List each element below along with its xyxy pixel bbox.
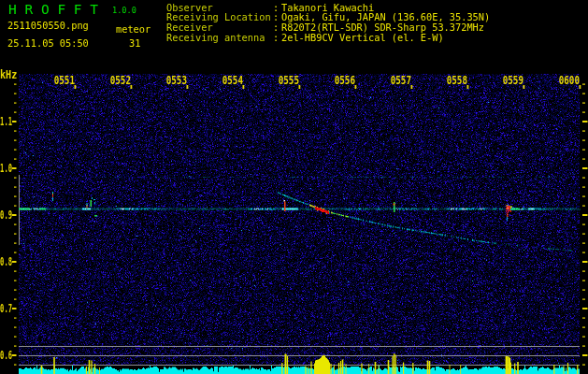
hrofft-screen: H R O F F T 1.0.0 2511050550.png meteor … <box>0 0 588 374</box>
info-label-2: Receiver <box>166 22 213 32</box>
time-label-0551: 0551 <box>46 75 75 86</box>
freq-label-1-0: 1.0 <box>0 164 12 175</box>
app-version: 1.0.0 <box>112 7 136 15</box>
app-title: H R O F F T <box>8 3 98 17</box>
freq-label-0-6: 0.6 <box>0 351 12 362</box>
time-label-0556: 0556 <box>326 75 355 86</box>
info-value-1: Ogaki, Gifu, JAPAN (136.60E, 35.35N) <box>281 12 490 22</box>
time-label-0557: 0557 <box>382 75 411 86</box>
freq-label-0-8: 0.8 <box>0 257 12 268</box>
time-label-0559: 0559 <box>495 75 523 86</box>
time-label-0552: 0552 <box>102 75 131 86</box>
info-label-1: Receiving Location <box>166 12 271 22</box>
info-separator-2: : <box>273 22 279 32</box>
time-label-0554: 0554 <box>214 75 243 86</box>
info-separator-3: : <box>273 33 279 42</box>
datetime-label: 25.11.05 05:50 <box>7 38 89 48</box>
freq-label-0-7: 0.7 <box>0 304 12 315</box>
echo-count: 31 <box>129 38 140 48</box>
time-label-0555: 0555 <box>270 75 299 86</box>
freq-label-0-9: 0.9 <box>0 210 12 222</box>
time-label-0558: 0558 <box>438 75 467 86</box>
spectrogram-canvas <box>0 0 588 374</box>
time-label-0600: 0600 <box>551 75 580 86</box>
info-label-3: Receiving antenna <box>166 33 265 42</box>
time-label-0553: 0553 <box>158 75 187 86</box>
info-value-2: R820T2(RTL-SDR) SDR-Sharp 53.372MHz <box>281 22 484 32</box>
mode-label: meteor <box>116 24 151 34</box>
info-value-3: 2el-HB9CV Vertical (el. E-W) <box>281 33 444 42</box>
freq-label-1-1: 1.1 <box>0 117 12 128</box>
info-separator-1: : <box>273 12 279 22</box>
output-filename: 2511050550.png <box>7 21 89 30</box>
freq-axis-unit: kHz <box>0 69 17 80</box>
